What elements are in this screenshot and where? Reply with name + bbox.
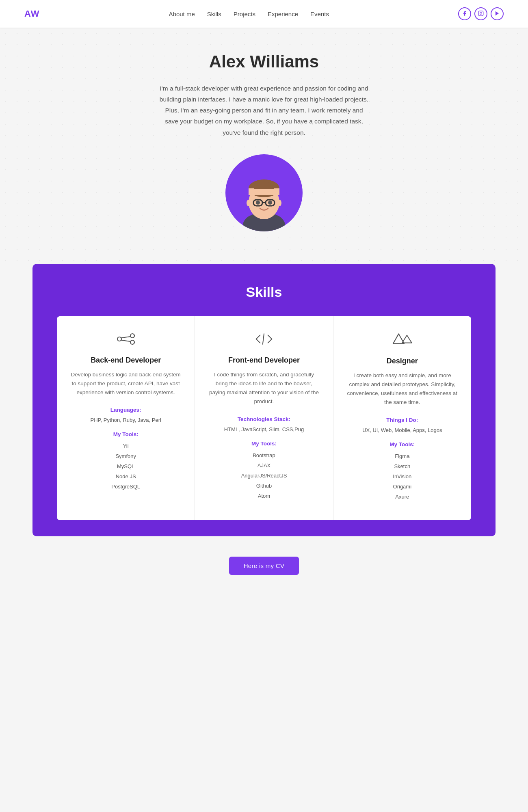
svg-rect-7 <box>249 188 279 195</box>
cv-section: Here is my CV <box>0 536 528 599</box>
frontend-tool-2: AngularJS/ReactJS <box>207 473 320 479</box>
navbar: AW About me Skills Projects Experience E… <box>0 0 528 28</box>
frontend-tool-0: Bootstrap <box>207 452 320 458</box>
nav-socials <box>458 7 504 20</box>
nav-link-events[interactable]: Events <box>310 11 329 17</box>
designer-tool-2: InVision <box>346 473 459 479</box>
designer-tools-label: My Tools: <box>346 441 459 447</box>
backend-tool-2: MySQL <box>69 463 182 469</box>
skills-title: Skills <box>57 284 471 300</box>
skills-cards: Back-end Developer Develop business logi… <box>57 316 471 520</box>
designer-card-title: Designer <box>346 357 459 365</box>
backend-tools-label: My Tools: <box>69 431 182 437</box>
skill-card-designer: Designer I create both easy and simple, … <box>333 316 471 520</box>
instagram-button[interactable] <box>474 7 487 20</box>
svg-line-20 <box>263 334 264 344</box>
designer-things-items: UX, UI, Web, Mobile, Apps, Logos <box>346 427 459 433</box>
backend-icon <box>69 333 182 349</box>
frontend-card-desc: I code things from scratch, and graceful… <box>207 370 320 406</box>
nav-link-experience[interactable]: Experience <box>268 11 298 17</box>
backend-languages-label: Languages: <box>69 407 182 413</box>
backend-card-desc: Develop business logic and back-end syst… <box>69 370 182 397</box>
hero-title: Alex Williams <box>8 52 520 71</box>
facebook-button[interactable] <box>458 7 471 20</box>
svg-point-17 <box>130 340 134 344</box>
backend-tool-0: Yii <box>69 443 182 449</box>
designer-icon <box>346 333 459 350</box>
skill-card-backend: Back-end Developer Develop business logi… <box>57 316 195 520</box>
nav-links: About me Skills Projects Experience Even… <box>169 11 329 17</box>
skill-card-frontend: Front-end Developer I code things from s… <box>195 316 333 520</box>
svg-point-14 <box>277 200 281 206</box>
avatar-container <box>8 154 520 231</box>
svg-point-11 <box>256 201 260 205</box>
backend-tool-4: PostgreSQL <box>69 484 182 490</box>
svg-point-13 <box>247 200 251 206</box>
hero-description: I'm a full-stack developer with great ex… <box>158 83 370 138</box>
avatar-illustration <box>232 166 296 231</box>
hero-section: Alex Williams I'm a full-stack developer… <box>0 28 528 264</box>
svg-point-16 <box>130 334 134 338</box>
frontend-tools-label: My Tools: <box>207 441 320 447</box>
facebook-icon <box>462 11 467 17</box>
skills-section: Skills Back-end Developer Develop busine… <box>32 264 496 536</box>
svg-rect-0 <box>478 11 483 16</box>
youtube-button[interactable] <box>491 7 504 20</box>
skills-section-wrapper: Skills Back-end Developer Develop busine… <box>0 264 528 536</box>
frontend-tool-4: Atom <box>207 493 320 499</box>
cv-button[interactable]: Here is my CV <box>229 557 299 575</box>
nav-logo[interactable]: AW <box>24 9 39 19</box>
backend-tool-1: Symfony <box>69 453 182 459</box>
designer-things-label: Things I Do: <box>346 417 459 423</box>
backend-languages-items: PHP, Python, Ruby, Java, Perl <box>69 417 182 423</box>
svg-line-19 <box>121 340 130 341</box>
frontend-stack-items: HTML, JavaScript, Slim, CSS,Pug <box>207 426 320 432</box>
nav-link-about-me[interactable]: About me <box>169 11 195 17</box>
avatar <box>225 154 303 231</box>
frontend-tool-3: Github <box>207 483 320 489</box>
frontend-stack-label: Technologies Stack: <box>207 416 320 422</box>
svg-marker-2 <box>496 11 499 15</box>
designer-tool-0: Figma <box>346 453 459 459</box>
frontend-icon <box>207 333 320 349</box>
frontend-card-title: Front-end Developer <box>207 356 320 365</box>
youtube-icon <box>494 11 500 17</box>
designer-tool-3: Origami <box>346 484 459 490</box>
instagram-icon <box>478 11 484 17</box>
designer-card-desc: I create both easy and simple, and more … <box>346 371 459 407</box>
nav-link-skills[interactable]: Skills <box>207 11 221 17</box>
svg-point-15 <box>117 337 121 341</box>
backend-tool-3: Node JS <box>69 473 182 479</box>
designer-tool-1: Sketch <box>346 463 459 469</box>
frontend-tool-1: AJAX <box>207 462 320 469</box>
nav-link-projects[interactable]: Projects <box>234 11 255 17</box>
svg-point-12 <box>268 201 272 205</box>
designer-tool-4: Axure <box>346 494 459 500</box>
backend-card-title: Back-end Developer <box>69 356 182 365</box>
svg-line-18 <box>121 337 130 338</box>
